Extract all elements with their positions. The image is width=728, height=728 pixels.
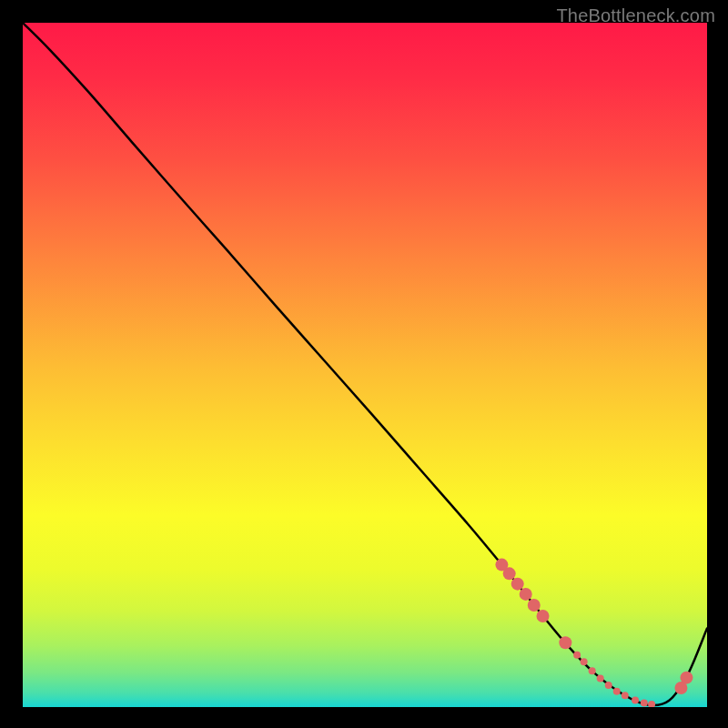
scatter-point [537, 610, 550, 622]
scatter-point [503, 567, 516, 580]
watermark-label: TheBottleneck.com [556, 5, 715, 26]
scatter-points [495, 559, 693, 707]
scatter-point [632, 696, 639, 703]
scatter-point [528, 599, 541, 612]
scatter-point [597, 674, 604, 682]
scatter-point [581, 658, 588, 665]
scatter-point [589, 667, 596, 674]
scatter-point [520, 588, 532, 601]
scatter-point [559, 636, 571, 649]
plot-area [23, 23, 707, 707]
scatter-point [680, 672, 693, 684]
scatter-point [573, 652, 581, 659]
scatter-point [605, 682, 612, 689]
scatter-layer [23, 23, 707, 707]
scatter-point [641, 699, 648, 706]
scatter-point [511, 578, 524, 591]
scatter-point [613, 688, 621, 695]
chart-stage: TheBottleneck.com [0, 0, 728, 728]
scatter-point [622, 692, 629, 699]
scatter-point [648, 701, 655, 707]
